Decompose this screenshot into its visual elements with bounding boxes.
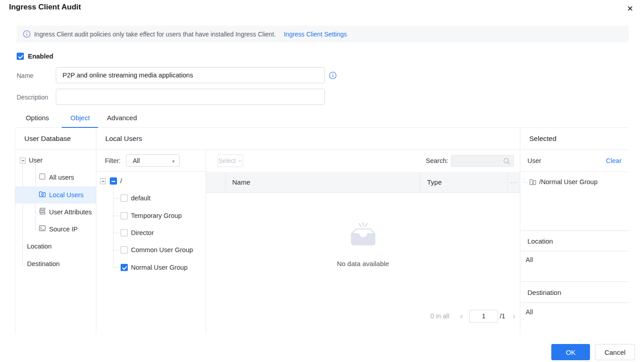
tree-node-director[interactable]: Director [96,224,206,241]
table-header-row: Name Type ··· [206,172,520,193]
tree-node-default[interactable]: default [96,190,206,207]
tab-options[interactable]: Options [15,110,60,128]
empty-inbox-icon [347,242,379,249]
collapse-icon[interactable] [100,178,106,184]
tree-node-common-user-group[interactable]: Common User Group [96,241,206,258]
tree-node-label: User [29,157,43,164]
tree-node-label: Common User Group [131,246,193,253]
group-checkbox[interactable] [121,264,128,271]
local-users-panel: Local Users Filter: All ▾ [96,128,520,334]
selected-location-header: Location [520,231,629,251]
clear-link[interactable]: Clear [606,157,621,164]
selected-panel: Selected User Clear /Normal User Group L… [520,128,629,334]
selected-title: Selected [520,128,629,150]
user-database-tree: User All users Local Users [15,150,96,334]
group-checkbox[interactable] [121,246,128,253]
tree-node-local-users[interactable]: Local Users [15,186,96,204]
tree-node-all-users[interactable]: All users [15,169,96,186]
select-button-label: Select [218,157,236,164]
selected-user-row: User Clear [520,150,629,172]
filter-dropdown[interactable]: All ▾ [126,154,180,167]
tree-node-label: / [120,177,122,185]
selected-destination-value: All [526,308,533,316]
search-input[interactable] [451,155,502,167]
prev-page-icon[interactable]: ‹ [460,310,463,322]
cancel-button[interactable]: Cancel [595,344,635,360]
column-header-name: Name [225,172,420,192]
local-users-title: Local Users [96,128,520,150]
user-database-title: User Database [15,128,96,150]
root-checkbox[interactable] [110,177,117,185]
selected-destination-header: Destination [520,281,629,303]
all-users-icon [39,173,46,182]
name-label: Name [17,72,33,79]
pagination: 0 in all ‹ /1 › [430,309,515,323]
column-menu-icon[interactable]: ··· [507,172,520,192]
selected-user-label: User [527,157,541,164]
search-box [451,155,514,167]
page-total-label: /1 [500,312,505,320]
tree-node-destination[interactable]: Destination [15,255,96,272]
selected-item-label: /Normal User Group [539,178,598,186]
pagination-total: 0 in all [430,312,449,320]
page-title: Ingress Client Audit [9,3,81,12]
collapse-icon[interactable] [20,158,26,163]
column-header-type: Type [420,172,507,192]
object-panels: User Database User All use [15,128,629,334]
tree-node-user[interactable]: User [15,152,96,169]
tree-node-label: User Attributes [49,208,92,216]
tree-node-location[interactable]: Location [15,238,96,255]
description-label: Description [17,94,48,101]
table-select-column [206,172,225,192]
group-checkbox[interactable] [121,195,128,202]
search-icon[interactable] [503,158,510,167]
banner-text: Ingress Client audit policies only take … [34,31,276,38]
groups-tree-panel: Filter: All ▾ [96,150,206,334]
info-icon [23,30,31,38]
name-info-icon[interactable] [329,72,337,79]
members-table-panel: Select ⌄ Search: Name Type ··· [206,150,520,334]
group-checkbox[interactable] [121,212,128,219]
tree-node-root[interactable]: / [96,172,206,190]
source-ip-icon [39,225,46,234]
tree-node-label: default [131,195,151,202]
tree-node-label: Director [131,229,154,236]
tree-node-label: Location [27,243,52,250]
search-label: Search: [426,157,448,164]
ok-button[interactable]: OK [551,344,590,360]
tree-node-label: Destination [27,260,60,267]
enabled-row: Enabled [17,53,53,60]
enabled-checkbox[interactable] [17,53,24,60]
tab-object[interactable]: Object [62,110,98,128]
empty-text: No data available [206,260,520,267]
filter-row: Filter: All ▾ [96,150,206,172]
tree-node-user-attributes[interactable]: User Attributes [15,204,96,221]
tree-node-source-ip[interactable]: Source IP [15,221,96,238]
group-checkbox[interactable] [121,229,128,236]
page-number-input[interactable] [469,310,498,323]
close-icon[interactable]: ✕ [626,3,634,14]
tab-advanced[interactable]: Advanced [100,110,144,128]
selected-location-value: All [526,256,533,263]
tree-node-label: All users [49,174,74,181]
tree-stub [524,178,528,183]
next-page-icon[interactable]: › [513,310,515,322]
chevron-down-icon: ▾ [172,158,175,164]
empty-state: No data available [206,222,520,267]
select-button[interactable]: Select ⌄ [217,154,243,167]
local-users-folder-icon [39,190,46,199]
description-input[interactable] [56,89,325,105]
selected-item-normal-user-group[interactable]: /Normal User Group [524,176,598,188]
ingress-client-settings-link[interactable]: Ingress Client Settings [284,31,347,38]
user-attributes-icon [39,208,46,217]
tree-node-label: Source IP [49,226,78,233]
filter-label: Filter: [105,157,121,164]
tree-node-label: Normal User Group [131,264,188,271]
tree-node-label: Local Users [49,191,84,199]
tree-node-normal-user-group[interactable]: Normal User Group [96,259,206,276]
info-banner: Ingress Client audit policies only take … [17,26,629,42]
name-input[interactable] [56,67,325,83]
tab-bar: Options Object Advanced [15,110,629,128]
tree-node-temporary-group[interactable]: Temporary Group [96,207,206,224]
folder-icon [529,178,536,186]
